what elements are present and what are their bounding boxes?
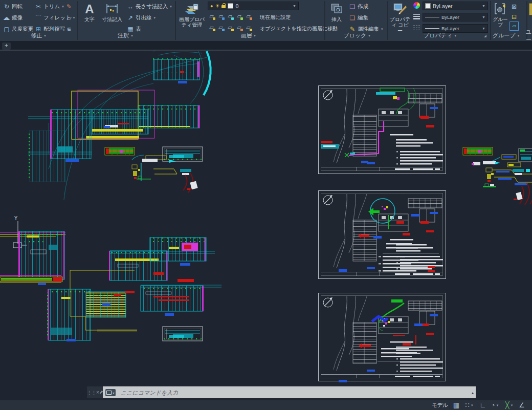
annotation-panel-label[interactable]: 注釈▾ <box>102 31 148 40</box>
layers-panel-label[interactable]: 画層▾ <box>225 31 271 40</box>
dimension-button[interactable]: 寸法記入 <box>100 1 124 22</box>
layer-unlock-icon <box>221 5 226 8</box>
panel-separator <box>324 1 325 40</box>
match-properties-icon <box>393 1 407 16</box>
properties-panel-label[interactable]: プロパティ▾ <box>414 31 465 40</box>
command-bar-grip[interactable]: ⋮⋮ × <box>87 386 103 398</box>
dimension-label: 寸法記入 <box>102 16 122 22</box>
match-properties-button[interactable]: プロパティ コピー <box>389 1 411 33</box>
linear-dimension-label: 長さ寸法記入 <box>136 3 168 10</box>
mirror-button[interactable]: ◢◣鏡像 <box>3 13 23 23</box>
scale-icon: ▢ <box>3 26 10 33</box>
modify-panel-label[interactable]: 修正▾ <box>15 31 61 40</box>
layer-dropdown[interactable]: ● ☀ 0 ▼ <box>208 2 299 10</box>
group-panel-label[interactable]: グループ▾ <box>486 31 526 40</box>
layer-unlock-all-icon[interactable]: ▱ <box>226 24 234 31</box>
group-button[interactable]: グループ <box>492 1 508 28</box>
ungroup-button[interactable]: ⊠ <box>511 2 518 11</box>
layer-off-icon[interactable]: ▱ <box>208 13 215 20</box>
match-properties-label: プロパティ コピー <box>389 16 411 33</box>
trim-button[interactable]: ✂トリム▾ <box>35 2 64 11</box>
leader-button[interactable]: ↗引出線▾ <box>127 13 156 23</box>
customize-wrench-icon[interactable] <box>99 390 103 395</box>
set-current-layer-label: 現在層に設定 <box>260 14 291 21</box>
utilities-panel-label[interactable]: ユー <box>526 31 532 40</box>
block-edit-button[interactable]: ❏編集 <box>349 13 368 23</box>
grid-toggle-button[interactable]: ▦ <box>451 401 461 409</box>
object-color-dropdown[interactable]: ByLayer ▼ <box>423 2 488 10</box>
object-snap-tracking-button[interactable]: ∠ <box>517 401 527 409</box>
insert-block-button[interactable]: 挿入 <box>327 1 346 22</box>
explode-icon: ▱ <box>65 14 73 21</box>
block-create-label: 作成 <box>358 3 368 10</box>
layer-walk-icon[interactable]: ▱ <box>245 24 252 31</box>
linetype-icon <box>413 24 420 32</box>
ortho-icon: ∟ <box>480 401 486 409</box>
layer-match-icon[interactable]: ▱ <box>245 13 252 20</box>
layer-unisolate-icon[interactable]: ▱ <box>235 24 243 31</box>
group-selectable-toggle[interactable]: ▱ <box>509 21 519 31</box>
insert-block-label: 挿入 <box>331 16 342 22</box>
move-to-layer-button[interactable]: オブジェクトを指定の画層に移動 <box>260 24 338 33</box>
dropdown-arrow-icon: ▼ <box>482 15 485 19</box>
lineweight-dropdown[interactable]: ByLayer ▼ <box>423 13 488 21</box>
autocad-window: ↻回転 ✂トリム▾ ✎ ◢◣鏡像 ⌒フィレット▾ ▱ ▢尺度変更 ⊞配列複写▾ … <box>0 0 532 410</box>
model-space-button[interactable]: モデル <box>431 401 449 409</box>
ortho-toggle-button[interactable]: ∟ <box>479 401 487 409</box>
layer-on-bulb-icon: ● <box>210 4 213 9</box>
linetype-glyph <box>425 28 439 29</box>
command-history-arrow-icon[interactable]: ▴ <box>472 391 474 395</box>
sheet-frame-1 <box>319 86 446 174</box>
layer-freeze-icon[interactable]: ▱ <box>226 13 234 20</box>
rotate-icon: ↻ <box>3 3 10 10</box>
dropdown-arrow-icon: ▾ <box>497 403 499 407</box>
dropdown-arrow-icon: ▼ <box>482 4 485 8</box>
linear-dimension-button[interactable]: ↔長さ寸法記入▾ <box>127 2 172 11</box>
new-tab-button[interactable]: + <box>2 42 11 50</box>
object-snap-icon: ╳ <box>505 401 509 409</box>
layer-isolate-icon[interactable]: ▱ <box>217 13 225 20</box>
polar-tracking-button[interactable]: ◔▾ <box>488 401 501 409</box>
text-icon: A <box>85 1 94 16</box>
ungroup-icon: ⊠ <box>511 3 518 10</box>
command-input[interactable]: ▾ ここにコマンドを入力 ▴ <box>103 386 476 398</box>
object-color-value: ByLayer <box>433 3 453 9</box>
object-snap-button[interactable]: ╳▾ <box>502 401 516 409</box>
dropdown-arrow-icon: ▾ <box>170 5 172 9</box>
leader-icon: ↗ <box>127 14 134 21</box>
angle-icon: ∠ <box>519 401 525 409</box>
snap-icon: ∷ <box>465 401 470 409</box>
layer-properties-label: 画層プロパティ管理 <box>179 16 205 28</box>
layer-thaw-all-icon[interactable]: ▱ <box>217 24 225 31</box>
erase-button[interactable]: ✎ <box>65 2 73 11</box>
set-current-layer-button[interactable]: 現在層に設定 <box>260 13 291 22</box>
sheet-frame-2 <box>319 191 446 279</box>
explode-button[interactable]: ▱ <box>65 13 73 23</box>
block-create-button[interactable]: ❏作成 <box>349 2 368 11</box>
command-icon[interactable]: ▾ <box>105 389 116 396</box>
ribbon: ↻回転 ✂トリム▾ ✎ ◢◣鏡像 ⌒フィレット▾ ▱ ▢尺度変更 ⊞配列複写▾ … <box>0 0 532 42</box>
drag-handle-icon: ⋮⋮ <box>87 390 96 395</box>
dropdown-arrow-icon: ▾ <box>44 34 46 38</box>
group-edit-button[interactable]: ⊟ <box>511 12 518 21</box>
dimension-icon <box>105 1 119 16</box>
block-panel-label[interactable]: ブロック▾ <box>332 31 381 40</box>
text-button[interactable]: A 文字 <box>81 1 98 22</box>
group-label: グループ <box>492 16 508 28</box>
panel-separator <box>175 1 176 40</box>
dropdown-arrow-icon: ▾ <box>254 34 256 38</box>
mirror-label: 鏡像 <box>12 14 23 21</box>
text-label: 文字 <box>84 16 95 22</box>
group-icon <box>494 1 507 16</box>
layer-lock-icon[interactable]: ▱ <box>235 13 243 20</box>
drawing-canvas[interactable]: Y <box>0 51 532 386</box>
rotate-button[interactable]: ↻回転 <box>3 2 23 11</box>
snap-toggle-button[interactable]: ∷▾ <box>462 401 476 409</box>
model-space[interactable]: Y <box>0 51 532 386</box>
dropdown-arrow-icon: ▾ <box>518 34 520 38</box>
layer-on-all-icon[interactable]: ▱ <box>208 24 215 31</box>
rotate-label: 回転 <box>12 3 23 10</box>
layer-properties-button[interactable]: 画層プロパティ管理 <box>179 1 205 28</box>
stretch-button[interactable]: ≡ <box>65 25 73 34</box>
dropdown-arrow-icon: ▾ <box>368 34 370 38</box>
